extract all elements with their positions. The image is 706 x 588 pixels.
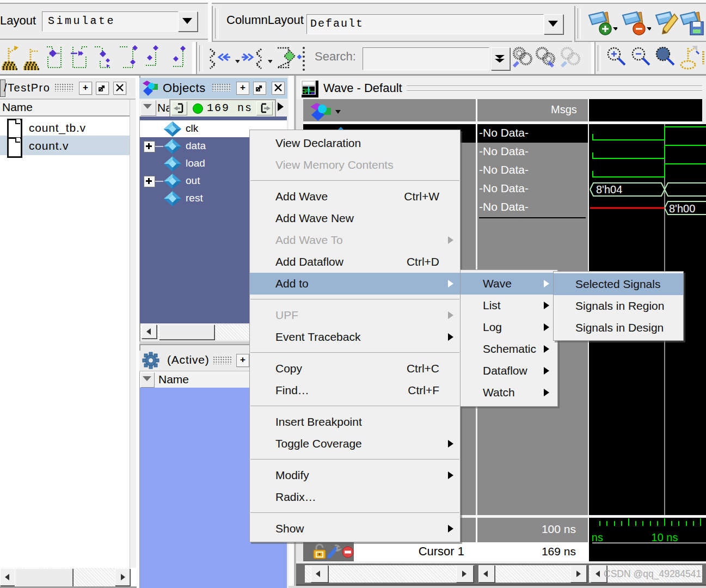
svg-text:8'h04: 8'h04 [596,183,622,195]
svg-text:0 ns: 0 ns [589,531,603,543]
svg-text:8'h00: 8'h00 [669,203,695,215]
svg-text:10 ns: 10 ns [652,531,678,543]
